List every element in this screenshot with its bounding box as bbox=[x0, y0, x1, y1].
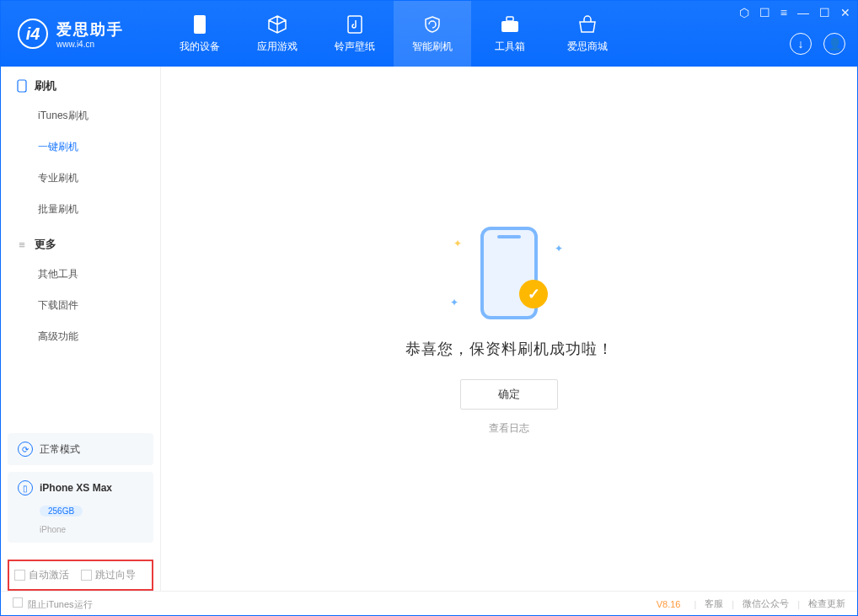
sidebar-section-flash: 刷机 bbox=[1, 67, 160, 100]
user-icon[interactable]: 👤 bbox=[823, 33, 845, 55]
sidebar-item-advanced[interactable]: 高级功能 bbox=[1, 321, 160, 352]
device-mode-block[interactable]: ⟳ 正常模式 bbox=[8, 433, 153, 465]
svg-rect-3 bbox=[507, 17, 513, 21]
device-icon bbox=[190, 14, 210, 35]
svg-rect-2 bbox=[501, 21, 518, 32]
nav-label: 我的设备 bbox=[180, 40, 220, 54]
store-icon bbox=[577, 14, 598, 35]
music-icon bbox=[345, 14, 365, 35]
window-controls: ⬡ ☐ ≡ — ☐ ✕ bbox=[739, 6, 850, 19]
svg-rect-4 bbox=[18, 80, 26, 92]
check-badge-icon: ✓ bbox=[519, 280, 548, 308]
nav-tab-device[interactable]: 我的设备 bbox=[161, 1, 239, 67]
toolbox-icon bbox=[500, 14, 520, 35]
svg-rect-0 bbox=[194, 15, 206, 34]
ok-button[interactable]: 确定 bbox=[460, 379, 558, 410]
device-name: iPhone XS Max bbox=[40, 482, 112, 494]
header-action-icons: ↓ 👤 bbox=[790, 33, 845, 55]
nav-tab-store[interactable]: 爱思商城 bbox=[549, 1, 626, 67]
tshirt-icon[interactable]: ⬡ bbox=[739, 6, 749, 19]
refresh-shield-icon bbox=[422, 14, 442, 35]
checkbox-skip-guide[interactable]: 跳过向导 bbox=[81, 568, 136, 582]
feedback-icon[interactable]: ☐ bbox=[759, 6, 770, 19]
nav-label: 工具箱 bbox=[495, 40, 525, 54]
sidebar: 刷机 iTunes刷机 一键刷机 专业刷机 批量刷机 ≡ 更多 其他工具 下载固… bbox=[1, 67, 161, 591]
nav-label: 应用游戏 bbox=[257, 40, 298, 54]
sidebar-item-oneclick-flash[interactable]: 一键刷机 bbox=[1, 131, 160, 163]
mode-label: 正常模式 bbox=[40, 442, 80, 457]
app-subtitle: www.i4.cn bbox=[56, 40, 124, 49]
options-highlight-box: 自动激活 跳过向导 bbox=[8, 560, 153, 591]
main-content: ✦ ✦ ✦ ✓ 恭喜您，保资料刷机成功啦！ 确定 查看日志 bbox=[161, 67, 857, 591]
success-illustration: ✦ ✦ ✦ ✓ bbox=[450, 222, 568, 324]
mode-icon: ⟳ bbox=[18, 442, 33, 457]
success-message: 恭喜您，保资料刷机成功啦！ bbox=[405, 339, 614, 359]
nav-tab-ringtones[interactable]: 铃声壁纸 bbox=[316, 1, 394, 67]
sparkle-icon: ✦ bbox=[453, 238, 462, 249]
sidebar-item-download-firmware[interactable]: 下载固件 bbox=[1, 290, 160, 321]
device-type: iPhone bbox=[40, 525, 66, 534]
checkbox-auto-activate[interactable]: 自动激活 bbox=[14, 568, 69, 582]
phone-outline-icon bbox=[16, 80, 28, 92]
sidebar-item-batch-flash[interactable]: 批量刷机 bbox=[1, 194, 160, 225]
sidebar-item-pro-flash[interactable]: 专业刷机 bbox=[1, 163, 160, 194]
logo: i4 爱思助手 www.i4.cn bbox=[1, 19, 161, 49]
app-header: i4 爱思助手 www.i4.cn 我的设备 应用游戏 铃声壁纸 智能刷机 工具… bbox=[1, 1, 857, 67]
section-title: 刷机 bbox=[35, 78, 56, 94]
cube-icon bbox=[267, 14, 287, 35]
sidebar-section-more: ≡ 更多 bbox=[1, 225, 160, 259]
nav-label: 智能刷机 bbox=[412, 40, 453, 54]
status-bar: 阻止iTunes运行 V8.16 | 客服 | 微信公众号 | 检查更新 bbox=[1, 591, 857, 616]
section-title: 更多 bbox=[35, 237, 56, 252]
maximize-button[interactable]: ☐ bbox=[819, 6, 830, 19]
sidebar-item-itunes-flash[interactable]: iTunes刷机 bbox=[1, 100, 160, 131]
menu-icon[interactable]: ≡ bbox=[780, 6, 787, 19]
sparkle-icon: ✦ bbox=[450, 297, 458, 308]
checkbox-block-itunes[interactable]: 阻止iTunes运行 bbox=[13, 597, 93, 611]
app-title: 爱思助手 bbox=[56, 19, 124, 40]
close-button[interactable]: ✕ bbox=[840, 6, 850, 19]
sidebar-item-other-tools[interactable]: 其他工具 bbox=[1, 259, 160, 290]
nav-tab-flash[interactable]: 智能刷机 bbox=[394, 1, 471, 67]
nav-tabs: 我的设备 应用游戏 铃声壁纸 智能刷机 工具箱 爱思商城 bbox=[161, 1, 626, 67]
nav-label: 爱思商城 bbox=[567, 40, 608, 54]
svg-rect-1 bbox=[348, 16, 362, 33]
nav-tab-toolbox[interactable]: 工具箱 bbox=[471, 1, 549, 67]
footer-link-wechat[interactable]: 微信公众号 bbox=[743, 597, 789, 610]
sparkle-icon: ✦ bbox=[555, 243, 563, 254]
nav-label: 铃声壁纸 bbox=[335, 40, 375, 54]
list-icon: ≡ bbox=[16, 238, 28, 250]
minimize-button[interactable]: — bbox=[797, 6, 809, 19]
app-logo-icon: i4 bbox=[18, 19, 48, 49]
view-log-link[interactable]: 查看日志 bbox=[489, 421, 529, 436]
device-capacity: 256GB bbox=[40, 506, 83, 517]
download-icon[interactable]: ↓ bbox=[790, 33, 812, 55]
footer-link-support[interactable]: 客服 bbox=[705, 597, 723, 610]
phone-icon: ▯ bbox=[18, 480, 33, 495]
version-label: V8.16 bbox=[657, 599, 681, 609]
footer-link-update[interactable]: 检查更新 bbox=[808, 597, 845, 610]
device-info-block[interactable]: ▯ iPhone XS Max 256GB iPhone bbox=[8, 472, 153, 543]
nav-tab-apps[interactable]: 应用游戏 bbox=[239, 1, 316, 67]
